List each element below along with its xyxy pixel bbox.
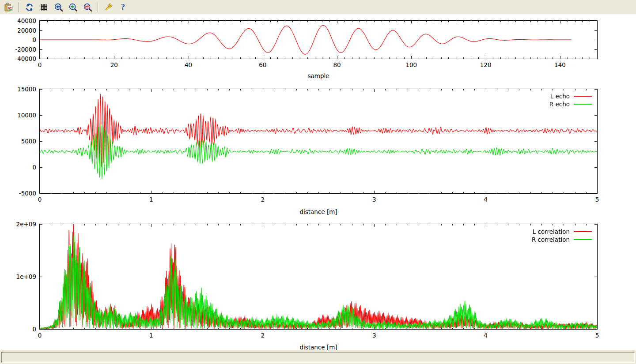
y-tick-label: -20000 [0, 46, 36, 53]
y-tick-label: 1e+09 [0, 273, 36, 280]
help-button[interactable]: ? [117, 1, 129, 14]
x-tick-label: 80 [333, 61, 341, 68]
y-tick-label: 0 [0, 36, 36, 43]
autoscale-icon [83, 3, 92, 12]
help-icon: ? [118, 3, 128, 12]
x-tick-label: 5 [595, 332, 599, 339]
x-tick-label: 1 [149, 196, 153, 203]
x-tick-label: 40 [185, 61, 192, 68]
plot-area-canvas[interactable] [39, 20, 598, 59]
legend-line-sample [574, 239, 592, 240]
x-tick-label: 0 [38, 196, 42, 203]
replot-button[interactable] [23, 1, 36, 14]
x-tick-label: 120 [480, 61, 492, 68]
x-tick-label: 3 [372, 332, 376, 339]
x-tick-label: 4 [484, 332, 488, 339]
copy-plot-button[interactable] [2, 1, 15, 14]
x-tick-label: 20 [110, 61, 118, 68]
x-tick-label: 0 [38, 332, 42, 339]
autoscale-button[interactable] [81, 1, 94, 14]
legend-line-sample [574, 96, 592, 97]
y-tick-label: 0 [0, 326, 36, 333]
clipboard-chart-icon [4, 3, 13, 12]
y-tick-label: 20000 [0, 27, 36, 34]
x-tick-label: 2 [261, 196, 265, 203]
y-tick-label: -5000 [0, 190, 36, 197]
legend-label: R correlation [0, 236, 570, 243]
legend-label: L correlation [0, 228, 570, 235]
x-tick-label: 140 [554, 61, 566, 68]
statusbar-field [1, 352, 635, 363]
x-axis-label: sample [40, 72, 597, 79]
zoom-next-button[interactable] [67, 1, 80, 14]
toolbar: ? [0, 0, 636, 15]
legend-line-sample [574, 231, 592, 232]
y-tick-label: -40000 [0, 55, 36, 62]
toolbar-separator [19, 2, 19, 12]
x-tick-label: 100 [405, 61, 417, 68]
x-tick-label: 0 [38, 61, 42, 68]
x-axis-label: distance [m] [40, 208, 597, 215]
zoom-previous-icon [54, 3, 63, 12]
x-tick-label: 4 [484, 196, 488, 203]
replot-icon [25, 3, 34, 12]
y-tick-label: 5000 [0, 138, 36, 145]
toggle-grid-button[interactable] [38, 1, 50, 14]
grid-icon [39, 3, 49, 12]
x-tick-label: 60 [259, 61, 266, 68]
legend-label: R echo [0, 101, 570, 108]
zoom-next-icon [68, 3, 78, 12]
plotting-area: 020406080100120140-40000-200000200004000… [0, 15, 636, 350]
y-tick-label: 2e+09 [0, 221, 36, 228]
y-tick-label: 10000 [0, 112, 36, 119]
x-tick-label: 1 [149, 332, 153, 339]
svg-text:?: ? [121, 3, 125, 11]
legend-line-sample [574, 104, 592, 105]
configure-button[interactable] [102, 1, 115, 14]
y-tick-label: 40000 [0, 17, 36, 24]
x-tick-label: 2 [261, 332, 265, 339]
x-tick-label: 3 [372, 196, 376, 203]
wrench-icon [104, 3, 113, 12]
x-tick-label: 5 [595, 196, 599, 203]
statusbar [0, 350, 636, 364]
legend-label: L echo [0, 93, 570, 100]
y-tick-label: 15000 [0, 86, 36, 93]
y-tick-label: 0 [0, 164, 36, 171]
toolbar-separator [98, 2, 98, 12]
zoom-previous-button[interactable] [52, 1, 65, 14]
